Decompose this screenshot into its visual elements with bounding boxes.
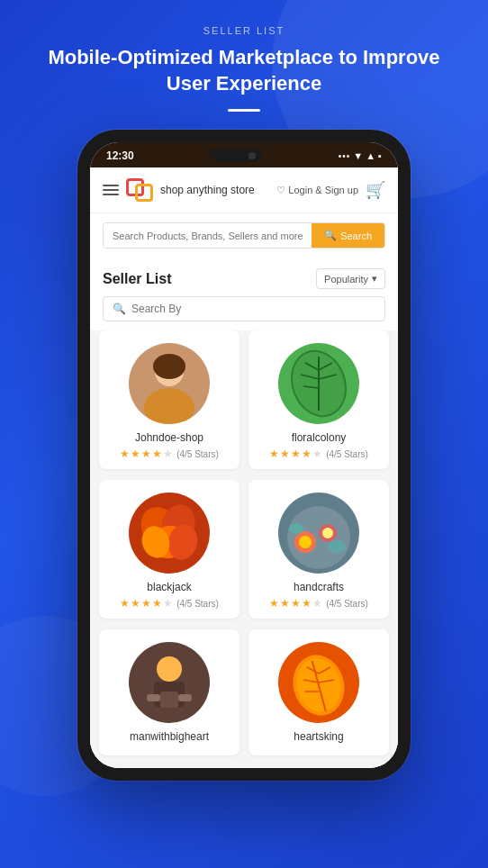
wifi-icon: ▼ <box>353 150 363 161</box>
heart-icon: ♡ <box>276 185 285 196</box>
cart-icon[interactable]: 🛒 <box>366 180 385 200</box>
seller-name: manwithbigheart <box>130 730 209 743</box>
star-icon: ★ <box>302 448 312 460</box>
search-section: 🔍 Search <box>90 213 398 258</box>
logo <box>126 176 153 203</box>
star-icon: ★ <box>120 597 130 610</box>
store-name: shop anything store <box>160 184 255 196</box>
star-icon: ★ <box>291 448 301 460</box>
seller-card[interactable]: heartsking <box>249 629 389 755</box>
page-label: SELLER LIST <box>36 25 452 36</box>
star-icon: ★ <box>291 597 301 610</box>
svg-point-23 <box>299 536 312 548</box>
star-empty-icon: ★ <box>312 448 322 460</box>
star-icon: ★ <box>280 448 290 460</box>
svg-point-26 <box>289 523 303 534</box>
seller-list-title: Seller List <box>103 271 171 287</box>
svg-rect-33 <box>178 694 192 701</box>
stars-row: ★★★★★(4/5 Stars) <box>120 448 219 460</box>
page-title: Mobile-Optimized Marketplace to Improve … <box>36 45 452 96</box>
star-icon: ★ <box>302 597 312 610</box>
seller-avatar <box>278 493 359 574</box>
rating-text: (4/5 Stars) <box>326 449 368 459</box>
stars-row: ★★★★★(4/5 Stars) <box>269 448 368 460</box>
star-empty-icon: ★ <box>163 448 173 460</box>
star-icon: ★ <box>141 597 151 610</box>
status-bar: 12:30 ••• ▼ ▲ ▪ <box>90 142 398 167</box>
status-dots: ••• <box>339 151 351 161</box>
svg-point-4 <box>153 354 185 379</box>
star-empty-icon: ★ <box>312 597 322 610</box>
phone-frame: 12:30 ••• ▼ ▲ ▪ <box>77 130 411 781</box>
battery-icon: ▪ <box>378 150 382 161</box>
status-icons: ••• ▼ ▲ ▪ <box>339 150 382 161</box>
rating-text: (4/5 Stars) <box>176 449 219 459</box>
signal-icon: ▲ <box>366 150 375 161</box>
hamburger-button[interactable] <box>103 185 119 195</box>
seller-name: heartsking <box>294 730 343 743</box>
seller-avatar <box>129 343 210 424</box>
star-icon: ★ <box>152 597 162 610</box>
seller-card[interactable]: handcrafts★★★★★(4/5 Stars) <box>249 480 389 619</box>
search-wrapper: 🔍 Search <box>103 222 385 249</box>
sellers-grid: Johndoe-shop★★★★★(4/5 Stars) floralcolon… <box>90 330 398 768</box>
star-icon: ★ <box>141 448 151 460</box>
seller-card[interactable]: blackjack★★★★★(4/5 Stars) <box>99 480 239 619</box>
star-icon: ★ <box>120 448 130 460</box>
search-by-icon: 🔍 <box>113 303 126 315</box>
seller-card[interactable]: manwithbigheart <box>99 629 239 755</box>
stars-row: ★★★★★(4/5 Stars) <box>120 597 219 610</box>
rating-text: (4/5 Stars) <box>176 599 219 609</box>
search-by-wrapper: 🔍 <box>103 296 385 321</box>
star-icon: ★ <box>269 597 279 610</box>
rating-text: (4/5 Stars) <box>326 599 368 609</box>
seller-card[interactable]: Johndoe-shop★★★★★(4/5 Stars) <box>99 330 239 469</box>
star-icon: ★ <box>131 448 140 460</box>
sort-label: Popularity <box>324 274 368 285</box>
search-by-input[interactable] <box>131 303 375 315</box>
seller-avatar <box>278 343 359 424</box>
star-icon: ★ <box>269 448 279 460</box>
nav-left: shop anything store <box>103 176 255 203</box>
sort-dropdown[interactable]: Popularity ▾ <box>316 268 385 289</box>
stars-row: ★★★★★(4/5 Stars) <box>269 597 368 610</box>
seller-avatar <box>129 493 210 574</box>
app-content: shop anything store ♡ Login & Sign up 🛒 … <box>90 167 398 768</box>
search-icon: 🔍 <box>324 230 337 241</box>
camera-notch <box>249 152 256 159</box>
svg-rect-32 <box>147 694 160 701</box>
seller-avatar <box>278 642 359 723</box>
title-divider <box>228 109 260 112</box>
chevron-down-icon: ▾ <box>372 273 377 285</box>
svg-rect-31 <box>160 692 178 708</box>
top-nav: shop anything store ♡ Login & Sign up 🛒 <box>90 167 398 213</box>
svg-point-25 <box>322 528 333 538</box>
login-signup-link[interactable]: ♡ Login & Sign up <box>276 185 358 196</box>
star-icon: ★ <box>131 597 140 610</box>
seller-card[interactable]: floralcolony★★★★★(4/5 Stars) <box>249 330 389 469</box>
phone-screen: 12:30 ••• ▼ ▲ ▪ <box>90 142 398 768</box>
svg-point-27 <box>328 540 346 553</box>
main-search-input[interactable] <box>104 223 312 248</box>
seller-avatar <box>129 642 210 723</box>
seller-list-header: Seller List Popularity ▾ <box>90 258 398 296</box>
main-search-button[interactable]: 🔍 Search <box>312 223 384 248</box>
seller-name: Johndoe-shop <box>135 431 203 444</box>
seller-name: handcrafts <box>294 581 344 593</box>
seller-name: blackjack <box>147 581 191 593</box>
star-icon: ★ <box>280 597 290 610</box>
notch <box>209 149 263 162</box>
seller-name: floralcolony <box>292 431 347 444</box>
status-time: 12:30 <box>106 149 134 162</box>
svg-point-29 <box>157 656 182 682</box>
nav-right: ♡ Login & Sign up 🛒 <box>276 180 385 200</box>
star-empty-icon: ★ <box>163 597 173 610</box>
star-icon: ★ <box>152 448 162 460</box>
